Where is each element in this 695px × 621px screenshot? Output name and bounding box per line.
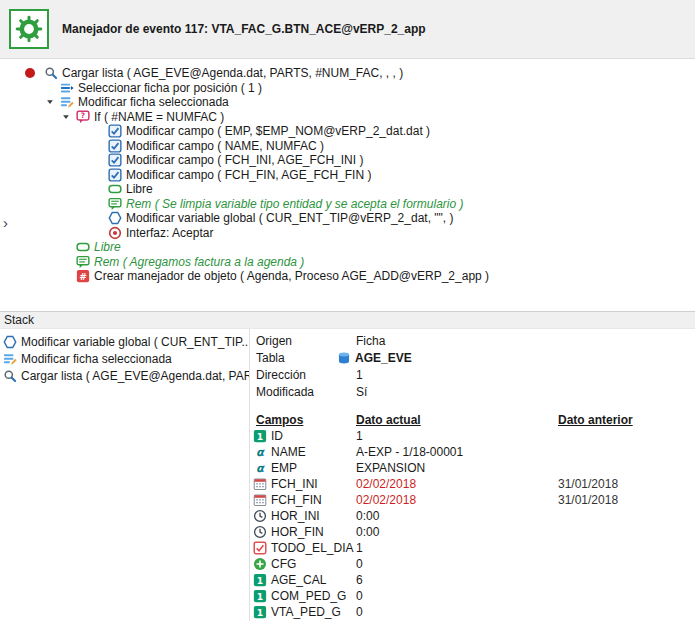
bool-icon (253, 541, 267, 555)
field-name: FCH_INI (271, 477, 356, 491)
tree-item-label: Modificar campo ( FCH_INI, AGE_FCH_INI ) (126, 153, 363, 167)
field-row: FCH_FIN02/02/201831/01/2018 (250, 492, 695, 508)
plus-circle-icon (253, 557, 267, 571)
num-icon: 1 (253, 589, 267, 603)
num-icon: 1 (253, 429, 267, 443)
libre-icon (108, 182, 122, 196)
alpha-icon: α (253, 461, 267, 475)
svg-text:?: ? (81, 111, 85, 120)
collapse-arrow-icon[interactable] (44, 95, 60, 109)
address-label: Dirección (256, 368, 356, 382)
tree-item[interactable]: Libre (0, 240, 695, 255)
time-icon (253, 525, 267, 539)
tree-item-label: Rem ( Se limpia variable tipo entidad y … (126, 197, 464, 211)
field-current-value: 1 (356, 541, 558, 555)
object-handler-icon: # (76, 269, 90, 283)
tree-item[interactable]: Libre (0, 182, 695, 197)
origin-row: Origen Ficha (250, 332, 695, 349)
field-row: αNAMEA-EXP - 1/18-00001 (250, 444, 695, 460)
dock-expand-chevron-icon[interactable]: › (3, 216, 8, 230)
global-var-icon (3, 335, 17, 349)
field-current-value: 02/02/2018 (356, 493, 558, 507)
app-logo (9, 9, 49, 49)
tree-item-label: Rem ( Agregamos factura a la agenda ) (94, 255, 304, 269)
tree-item[interactable]: Modificar campo ( FCH_INI, AGE_FCH_INI ) (0, 153, 695, 168)
modify-field-icon (108, 124, 122, 138)
date-icon (253, 493, 267, 507)
tree-item-label: Modificar variable global ( CUR_ENT_TIP@… (126, 211, 454, 225)
tree-item[interactable]: Modificar campo ( NAME, NUMFAC ) (0, 139, 695, 154)
field-name: VTA_PED_G (271, 605, 356, 619)
address-value: 1 (356, 368, 363, 382)
fields-header-actual: Dato actual (356, 413, 558, 427)
field-previous-value: 31/01/2018 (558, 477, 695, 491)
collapse-arrow-icon[interactable] (60, 110, 76, 124)
tree-item[interactable]: Modificar campo ( EMP, $EMP_NOM@vERP_2_d… (0, 124, 695, 139)
time-icon (253, 509, 267, 523)
tree-item[interactable]: Rem ( Se limpia variable tipo entidad y … (0, 197, 695, 212)
interface-accept-icon (108, 226, 122, 240)
modify-record-icon (60, 95, 74, 109)
stack-item-label: Modificar variable global ( CUR_ENT_TIP.… (21, 335, 249, 349)
stack-title: Stack (4, 313, 34, 327)
stack-list: Modificar variable global ( CUR_ENT_TIP.… (0, 329, 250, 621)
rem-icon (108, 197, 122, 211)
field-current-value: 0:00 (356, 525, 558, 539)
svg-text:α: α (256, 461, 265, 475)
fields-table: Campos Dato actual Dato anterior 1ID1αNA… (250, 412, 695, 620)
field-row: TODO_EL_DIA1 (250, 540, 695, 556)
field-name: AGE_CAL (271, 573, 356, 587)
title-bar: Manejador de evento 117: VTA_FAC_G.BTN_A… (0, 0, 695, 59)
stack-item[interactable]: Cargar lista ( AGE_EVE@Agenda.dat, PAR..… (0, 367, 249, 384)
field-current-value: 1 (356, 429, 558, 443)
field-row: αEMPEXPANSION (250, 460, 695, 476)
tree-item[interactable]: Interfaz: Aceptar (0, 226, 695, 241)
fields-header-campos: Campos (256, 413, 356, 427)
modified-row: Modificada Sí (250, 383, 695, 400)
field-row: HOR_INI0:00 (250, 508, 695, 524)
tree-item[interactable]: Rem ( Agregamos factura a la agenda ) (0, 255, 695, 270)
field-name: HOR_FIN (271, 525, 356, 539)
tree-item-label: Seleccionar ficha por posición ( 1 ) (78, 81, 262, 95)
breakpoint-dot[interactable] (25, 68, 35, 78)
tree-item-label: Modificar campo ( EMP, $EMP_NOM@vERP_2_d… (126, 124, 430, 138)
tree-item[interactable]: Modificar campo ( FCH_FIN, AGE_FCH_FIN ) (0, 168, 695, 183)
tree-item[interactable]: #Crear manejador de objeto ( Agenda, Pro… (0, 269, 695, 284)
tree-item[interactable]: Seleccionar ficha por posición ( 1 ) (0, 81, 695, 96)
table-icon (337, 351, 351, 365)
field-row: 1AGE_CAL6 (250, 572, 695, 588)
stack-item[interactable]: Modificar ficha seleccionada (0, 350, 249, 367)
record-details: Origen Ficha Tabla AGE_EVE Dirección 1 M… (250, 329, 695, 621)
svg-text:1: 1 (257, 431, 263, 442)
tree-item-label: Interfaz: Aceptar (126, 226, 213, 240)
field-row: 1VTA_PED_G0 (250, 604, 695, 620)
table-row: Tabla AGE_EVE (250, 349, 695, 366)
field-current-value: 6 (356, 573, 558, 587)
bottom-panels: Modificar variable global ( CUR_ENT_TIP.… (0, 329, 695, 621)
if-question-icon: ? (76, 110, 90, 124)
field-previous-value: 31/01/2018 (558, 493, 695, 507)
gear-icon (15, 15, 43, 43)
stack-item[interactable]: Modificar variable global ( CUR_ENT_TIP.… (0, 333, 249, 350)
tree-item[interactable]: Cargar lista ( AGE_EVE@Agenda.dat, PARTS… (0, 66, 695, 81)
field-current-value: 0:00 (356, 509, 558, 523)
modified-value: Sí (356, 385, 367, 399)
fields-table-header: Campos Dato actual Dato anterior (250, 412, 695, 428)
tree-item[interactable]: ?If ( #NAME = NUMFAC ) (0, 110, 695, 125)
field-row: CFG0 (250, 556, 695, 572)
tree-item-label: Libre (126, 182, 153, 196)
field-current-value: 0 (356, 557, 558, 571)
tree-item-label: Crear manejador de objeto ( Agenda, Proc… (94, 269, 489, 283)
tree-item-label: Modificar campo ( NAME, NUMFAC ) (126, 139, 324, 153)
tree-item-label: Cargar lista ( AGE_EVE@Agenda.dat, PARTS… (62, 66, 403, 80)
tree-item[interactable]: Modificar ficha seleccionada (0, 95, 695, 110)
field-current-value: 0 (356, 605, 558, 619)
date-icon (253, 477, 267, 491)
tree-item-label: Modificar campo ( FCH_FIN, AGE_FCH_FIN ) (126, 168, 371, 182)
table-value: AGE_EVE (355, 351, 412, 365)
field-row: 1ID1 (250, 428, 695, 444)
tree-item[interactable]: Modificar variable global ( CUR_ENT_TIP@… (0, 211, 695, 226)
stack-header: Stack (0, 311, 695, 329)
modify-field-icon (108, 153, 122, 167)
svg-text:1: 1 (257, 575, 263, 586)
